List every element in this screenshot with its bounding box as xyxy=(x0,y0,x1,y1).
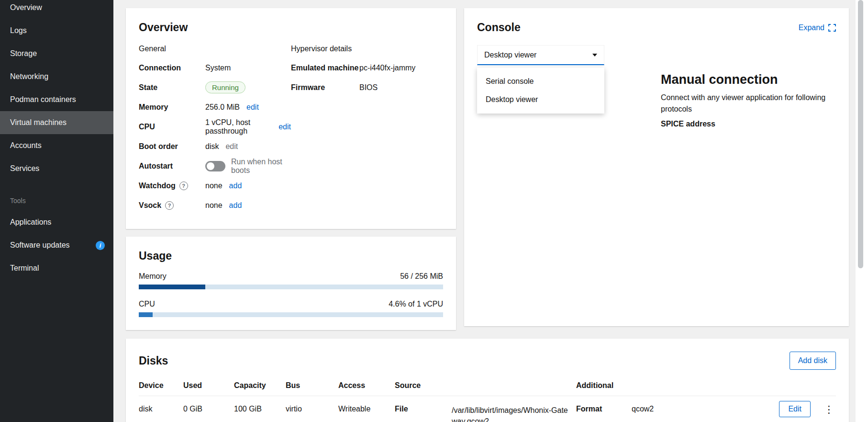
cpu-edit-link[interactable]: edit xyxy=(278,123,291,131)
memory-edit-link[interactable]: edit xyxy=(246,103,259,112)
header-access: Access xyxy=(338,381,395,390)
sidebar-item-accounts[interactable]: Accounts xyxy=(0,134,113,157)
expand-button[interactable]: Expand xyxy=(799,23,836,32)
vsock-row: Vsock ? none add xyxy=(139,195,291,215)
sidebar: Overview Logs Storage Networking Podman … xyxy=(0,0,113,422)
memory-label: Memory xyxy=(139,103,205,112)
left-column: Overview General Connection System State… xyxy=(126,8,456,330)
source-type-label: File xyxy=(395,405,452,422)
watchdog-value: none xyxy=(205,182,223,190)
cell-additional: Format qcow2 xyxy=(576,405,769,413)
sidebar-nav-list: Overview Logs Storage Networking Podman … xyxy=(0,0,113,280)
hypervisor-column: Hypervisor details Emulated machine pc-i… xyxy=(291,39,443,215)
console-card-title: Console xyxy=(477,21,521,34)
sidebar-item-services[interactable]: Services xyxy=(0,157,113,180)
autostart-toggle[interactable] xyxy=(205,161,225,171)
cell-access: Writeable xyxy=(338,405,395,413)
general-heading: General xyxy=(139,45,291,53)
cpu-label: CPU xyxy=(139,123,205,131)
help-icon[interactable]: ? xyxy=(165,201,174,210)
header-bus: Bus xyxy=(286,381,338,390)
disks-card-title: Disks xyxy=(139,354,168,367)
usage-card: Usage Memory 56 / 256 MiB CPU 4.6% of 1 … xyxy=(126,237,456,330)
header-device: Device xyxy=(139,381,183,390)
main-content: Overview General Connection System State… xyxy=(113,0,856,422)
manual-connection-block: Manual connection Connect with any viewe… xyxy=(661,45,836,128)
memory-progress-bar xyxy=(139,285,443,289)
boot-order-edit-link[interactable]: edit xyxy=(225,142,238,151)
chevron-down-icon xyxy=(592,54,597,57)
sidebar-item-applications[interactable]: Applications xyxy=(0,211,113,234)
spice-address-label: SPICE address xyxy=(661,120,836,128)
state-row: State Running xyxy=(139,78,291,97)
memory-row: Memory 256.0 MiB edit xyxy=(139,97,291,117)
sidebar-section-tools: Tools xyxy=(0,194,113,207)
firmware-value: BIOS xyxy=(359,83,378,92)
emulated-machine-row: Emulated machine pc-i440fx-jammy xyxy=(291,58,443,78)
cell-source: File /var/lib/libvirt/images/Whonix-Gate… xyxy=(395,405,576,422)
hypervisor-heading: Hypervisor details xyxy=(291,45,443,53)
menu-item-serial-console[interactable]: Serial console xyxy=(477,72,604,91)
watchdog-label-text: Watchdog xyxy=(139,182,176,190)
status-badge: Running xyxy=(205,81,245,93)
format-value: qcow2 xyxy=(632,405,654,413)
top-columns: Overview General Connection System State… xyxy=(126,8,849,330)
sidebar-item-software-updates[interactable]: Software updates i xyxy=(0,234,113,257)
disks-header: Disks Add disk xyxy=(139,352,836,370)
info-circle-icon: i xyxy=(96,241,105,250)
watchdog-label: Watchdog ? xyxy=(139,182,205,190)
state-label: State xyxy=(139,83,205,92)
edit-disk-button[interactable]: Edit xyxy=(779,401,811,417)
vsock-label-text: Vsock xyxy=(139,201,161,210)
help-icon[interactable]: ? xyxy=(179,182,188,190)
kebab-menu-icon[interactable]: ⋮ xyxy=(822,402,836,416)
usage-card-title: Usage xyxy=(139,250,443,262)
scrollbar-track[interactable] xyxy=(856,0,868,422)
toggle-knob xyxy=(207,162,214,170)
console-type-select[interactable]: Desktop viewer xyxy=(477,45,604,65)
scrollbar-thumb[interactable] xyxy=(858,0,863,268)
boot-order-row: Boot order disk edit xyxy=(139,137,291,156)
cpu-usage-row: CPU 4.6% of 1 vCPU xyxy=(139,300,443,308)
sidebar-item-logs[interactable]: Logs xyxy=(0,19,113,42)
general-column: General Connection System State Running … xyxy=(139,39,291,215)
menu-item-desktop-viewer[interactable]: Desktop viewer xyxy=(477,91,604,109)
sidebar-item-podman-containers[interactable]: Podman containers xyxy=(0,88,113,111)
sidebar-item-terminal[interactable]: Terminal xyxy=(0,257,113,280)
memory-usage-row: Memory 56 / 256 MiB xyxy=(139,272,443,281)
autostart-row: Autostart Run when host boots xyxy=(139,156,291,176)
memory-usage-value: 56 / 256 MiB xyxy=(400,272,443,281)
firmware-row: Firmware BIOS xyxy=(291,78,443,97)
table-row: disk 0 GiB 100 GiB virtio Writeable File… xyxy=(139,396,836,422)
disks-table: Device Used Capacity Bus Access Source A… xyxy=(139,377,836,422)
cpu-usage-label: CPU xyxy=(139,300,155,308)
overview-grid: General Connection System State Running … xyxy=(139,39,443,215)
cpu-row: CPU 1 vCPU, host passthrough edit xyxy=(139,117,291,137)
overview-card: Overview General Connection System State… xyxy=(126,8,456,229)
sidebar-item-storage[interactable]: Storage xyxy=(0,42,113,65)
vsock-label: Vsock ? xyxy=(139,201,205,210)
header-capacity: Capacity xyxy=(234,381,286,390)
autostart-label: Autostart xyxy=(139,162,205,171)
emulated-machine-label: Emulated machine xyxy=(291,64,359,72)
console-card: Console Expand Desktop viewer xyxy=(464,8,849,326)
sidebar-item-networking[interactable]: Networking xyxy=(0,65,113,88)
row-actions: Edit ⋮ xyxy=(769,401,836,417)
cell-used: 0 GiB xyxy=(183,405,234,413)
vsock-value: none xyxy=(205,201,223,210)
sidebar-item-virtual-machines[interactable]: Virtual machines xyxy=(0,111,113,134)
cpu-progress-bar xyxy=(139,312,443,317)
cpu-progress-fill xyxy=(139,312,153,317)
header-source: Source xyxy=(395,381,576,390)
firmware-label: Firmware xyxy=(291,83,359,92)
watchdog-add-link[interactable]: add xyxy=(229,182,242,190)
sidebar-item-overview[interactable]: Overview xyxy=(0,0,113,19)
header-used: Used xyxy=(183,381,234,390)
expand-icon xyxy=(828,24,836,32)
header-additional: Additional xyxy=(576,381,769,390)
add-disk-button[interactable]: Add disk xyxy=(790,352,836,370)
source-path: /var/lib/libvirt/images/Whonix-Gateway.q… xyxy=(452,405,568,422)
memory-value: 256.0 MiB xyxy=(205,103,240,112)
emulated-machine-value: pc-i440fx-jammy xyxy=(359,64,415,72)
vsock-add-link[interactable]: add xyxy=(229,201,242,210)
